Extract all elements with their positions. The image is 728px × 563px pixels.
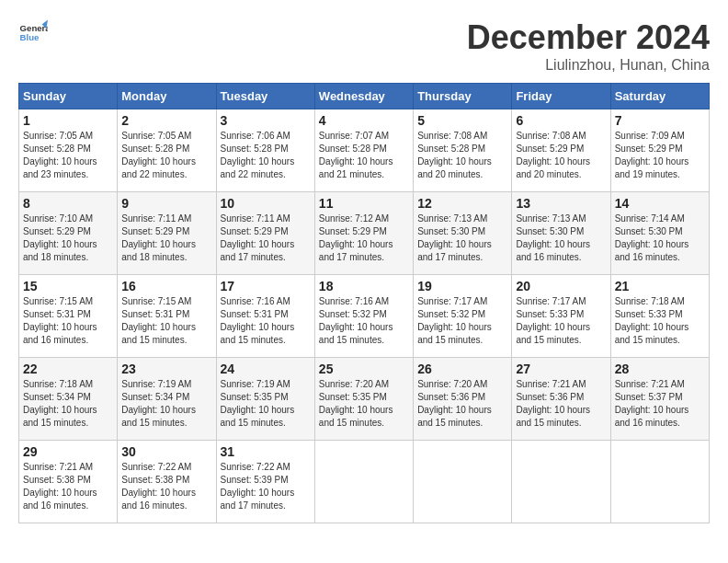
month-title: December 2024 xyxy=(467,18,710,57)
calendar-row: 1 Sunrise: 7:05 AMSunset: 5:28 PMDayligh… xyxy=(19,109,710,192)
day-info: Sunrise: 7:05 AMSunset: 5:28 PMDaylight:… xyxy=(23,131,97,179)
table-row xyxy=(512,441,610,523)
day-info: Sunrise: 7:16 AMSunset: 5:32 PMDaylight:… xyxy=(319,296,393,345)
logo: General Blue xyxy=(18,18,48,48)
table-row: 27 Sunrise: 7:21 AMSunset: 5:36 PMDaylig… xyxy=(512,358,610,441)
day-info: Sunrise: 7:14 AMSunset: 5:30 PMDaylight:… xyxy=(615,213,689,262)
day-info: Sunrise: 7:06 AMSunset: 5:28 PMDaylight:… xyxy=(221,131,295,179)
day-info: Sunrise: 7:17 AMSunset: 5:32 PMDaylight:… xyxy=(417,296,492,345)
day-info: Sunrise: 7:22 AMSunset: 5:39 PMDaylight:… xyxy=(221,462,295,511)
day-number: 6 xyxy=(516,113,606,128)
day-info: Sunrise: 7:22 AMSunset: 5:38 PMDaylight:… xyxy=(121,462,196,511)
day-info: Sunrise: 7:20 AMSunset: 5:36 PMDaylight:… xyxy=(417,379,492,428)
day-info: Sunrise: 7:13 AMSunset: 5:30 PMDaylight:… xyxy=(516,213,590,262)
day-number: 1 xyxy=(23,113,113,128)
day-number: 12 xyxy=(417,196,507,211)
day-info: Sunrise: 7:21 AMSunset: 5:37 PMDaylight:… xyxy=(615,379,689,428)
day-info: Sunrise: 7:18 AMSunset: 5:33 PMDaylight:… xyxy=(615,296,689,345)
table-row: 20 Sunrise: 7:17 AMSunset: 5:33 PMDaylig… xyxy=(512,275,610,358)
day-info: Sunrise: 7:09 AMSunset: 5:29 PMDaylight:… xyxy=(615,131,689,179)
table-row: 25 Sunrise: 7:20 AMSunset: 5:35 PMDaylig… xyxy=(314,358,413,441)
day-number: 3 xyxy=(221,113,311,128)
day-info: Sunrise: 7:07 AMSunset: 5:28 PMDaylight:… xyxy=(319,131,393,179)
day-info: Sunrise: 7:15 AMSunset: 5:31 PMDaylight:… xyxy=(121,296,196,345)
day-number: 9 xyxy=(121,196,211,211)
table-row: 21 Sunrise: 7:18 AMSunset: 5:33 PMDaylig… xyxy=(610,275,709,358)
col-wednesday: Wednesday xyxy=(314,84,413,109)
day-number: 25 xyxy=(319,362,409,376)
day-number: 5 xyxy=(417,113,507,128)
col-tuesday: Tuesday xyxy=(216,84,314,109)
day-number: 20 xyxy=(516,279,606,293)
svg-text:Blue: Blue xyxy=(20,32,40,42)
day-info: Sunrise: 7:11 AMSunset: 5:29 PMDaylight:… xyxy=(221,213,295,262)
col-monday: Monday xyxy=(118,84,216,109)
day-number: 10 xyxy=(221,196,311,211)
day-number: 4 xyxy=(319,113,409,128)
table-row: 19 Sunrise: 7:17 AMSunset: 5:32 PMDaylig… xyxy=(414,275,512,358)
day-number: 21 xyxy=(615,279,705,293)
day-number: 23 xyxy=(121,362,211,376)
table-row xyxy=(314,441,413,523)
day-info: Sunrise: 7:15 AMSunset: 5:31 PMDaylight:… xyxy=(23,296,97,345)
day-number: 19 xyxy=(417,279,507,293)
table-row: 18 Sunrise: 7:16 AMSunset: 5:32 PMDaylig… xyxy=(314,275,413,358)
table-row: 14 Sunrise: 7:14 AMSunset: 5:30 PMDaylig… xyxy=(610,192,709,275)
table-row: 8 Sunrise: 7:10 AMSunset: 5:29 PMDayligh… xyxy=(19,192,118,275)
logo-icon: General Blue xyxy=(18,18,48,48)
table-row xyxy=(414,441,512,523)
day-number: 16 xyxy=(121,279,211,293)
table-row: 17 Sunrise: 7:16 AMSunset: 5:31 PMDaylig… xyxy=(216,275,314,358)
col-sunday: Sunday xyxy=(19,84,118,109)
table-row: 23 Sunrise: 7:19 AMSunset: 5:34 PMDaylig… xyxy=(118,358,216,441)
day-info: Sunrise: 7:20 AMSunset: 5:35 PMDaylight:… xyxy=(319,379,393,428)
day-info: Sunrise: 7:21 AMSunset: 5:38 PMDaylight:… xyxy=(23,462,97,511)
table-row: 15 Sunrise: 7:15 AMSunset: 5:31 PMDaylig… xyxy=(19,275,118,358)
col-saturday: Saturday xyxy=(610,84,709,109)
table-row: 13 Sunrise: 7:13 AMSunset: 5:30 PMDaylig… xyxy=(512,192,610,275)
calendar-table: Sunday Monday Tuesday Wednesday Thursday… xyxy=(18,83,710,523)
table-row: 11 Sunrise: 7:12 AMSunset: 5:29 PMDaylig… xyxy=(314,192,413,275)
table-row: 4 Sunrise: 7:07 AMSunset: 5:28 PMDayligh… xyxy=(314,109,413,192)
table-row: 30 Sunrise: 7:22 AMSunset: 5:38 PMDaylig… xyxy=(118,441,216,523)
day-info: Sunrise: 7:10 AMSunset: 5:29 PMDaylight:… xyxy=(23,213,97,262)
header: General Blue December 2024 Liulinzhou, H… xyxy=(18,18,710,74)
day-info: Sunrise: 7:21 AMSunset: 5:36 PMDaylight:… xyxy=(516,379,590,428)
table-row: 12 Sunrise: 7:13 AMSunset: 5:30 PMDaylig… xyxy=(414,192,512,275)
day-info: Sunrise: 7:12 AMSunset: 5:29 PMDaylight:… xyxy=(319,213,393,262)
day-info: Sunrise: 7:19 AMSunset: 5:35 PMDaylight:… xyxy=(221,379,295,428)
table-row: 2 Sunrise: 7:05 AMSunset: 5:28 PMDayligh… xyxy=(118,109,216,192)
day-number: 22 xyxy=(23,362,113,376)
day-number: 31 xyxy=(221,444,311,459)
table-row: 26 Sunrise: 7:20 AMSunset: 5:36 PMDaylig… xyxy=(414,358,512,441)
day-number: 27 xyxy=(516,362,606,376)
table-row: 29 Sunrise: 7:21 AMSunset: 5:38 PMDaylig… xyxy=(19,441,118,523)
table-row: 31 Sunrise: 7:22 AMSunset: 5:39 PMDaylig… xyxy=(216,441,314,523)
day-number: 11 xyxy=(319,196,409,211)
day-info: Sunrise: 7:19 AMSunset: 5:34 PMDaylight:… xyxy=(121,379,196,428)
col-thursday: Thursday xyxy=(414,84,512,109)
day-number: 7 xyxy=(615,113,705,128)
day-info: Sunrise: 7:11 AMSunset: 5:29 PMDaylight:… xyxy=(121,213,196,262)
day-number: 28 xyxy=(615,362,705,376)
day-info: Sunrise: 7:08 AMSunset: 5:28 PMDaylight:… xyxy=(417,131,492,179)
day-number: 17 xyxy=(221,279,311,293)
day-number: 8 xyxy=(23,196,113,211)
calendar-row: 22 Sunrise: 7:18 AMSunset: 5:34 PMDaylig… xyxy=(19,358,710,441)
day-number: 24 xyxy=(221,362,311,376)
day-info: Sunrise: 7:08 AMSunset: 5:29 PMDaylight:… xyxy=(516,131,590,179)
calendar-header-row: Sunday Monday Tuesday Wednesday Thursday… xyxy=(19,84,710,109)
table-row: 9 Sunrise: 7:11 AMSunset: 5:29 PMDayligh… xyxy=(118,192,216,275)
table-row: 10 Sunrise: 7:11 AMSunset: 5:29 PMDaylig… xyxy=(216,192,314,275)
table-row xyxy=(610,441,709,523)
table-row: 24 Sunrise: 7:19 AMSunset: 5:35 PMDaylig… xyxy=(216,358,314,441)
day-info: Sunrise: 7:18 AMSunset: 5:34 PMDaylight:… xyxy=(23,379,97,428)
table-row: 5 Sunrise: 7:08 AMSunset: 5:28 PMDayligh… xyxy=(414,109,512,192)
table-row: 3 Sunrise: 7:06 AMSunset: 5:28 PMDayligh… xyxy=(216,109,314,192)
table-row: 7 Sunrise: 7:09 AMSunset: 5:29 PMDayligh… xyxy=(610,109,709,192)
table-row: 16 Sunrise: 7:15 AMSunset: 5:31 PMDaylig… xyxy=(118,275,216,358)
col-friday: Friday xyxy=(512,84,610,109)
day-number: 26 xyxy=(417,362,507,376)
table-row: 6 Sunrise: 7:08 AMSunset: 5:29 PMDayligh… xyxy=(512,109,610,192)
day-info: Sunrise: 7:17 AMSunset: 5:33 PMDaylight:… xyxy=(516,296,590,345)
